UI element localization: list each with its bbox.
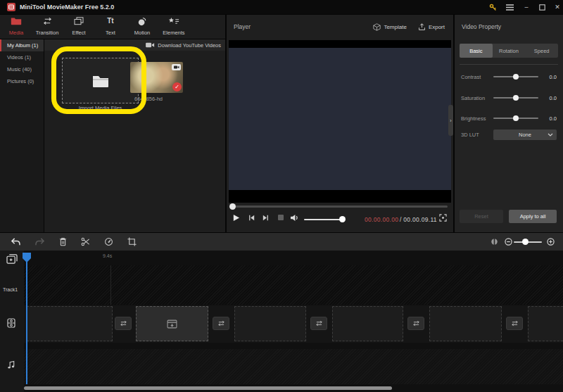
tab-text-label: Text xyxy=(106,30,115,36)
video-badge-icon xyxy=(172,64,181,70)
transition-slot-icon[interactable] xyxy=(213,317,229,330)
clip-segment-selected[interactable] xyxy=(136,306,208,341)
template-cube-icon xyxy=(373,23,381,31)
motion-ball-icon xyxy=(137,17,147,26)
clip-segment[interactable] xyxy=(234,306,306,341)
lut-row: 3D LUT None xyxy=(455,127,563,141)
speed-button[interactable] xyxy=(103,236,114,247)
audio-track[interactable] xyxy=(24,349,563,384)
seek-bar[interactable] xyxy=(231,206,448,208)
redo-button[interactable] xyxy=(34,236,45,247)
media-panel-header: Download YouTube Videos xyxy=(44,39,225,51)
transition-slot-icon[interactable] xyxy=(115,317,132,330)
transition-slot-icon[interactable] xyxy=(310,317,327,330)
stop-button[interactable] xyxy=(277,214,284,221)
playhead-line[interactable] xyxy=(26,256,27,384)
saturation-knob[interactable] xyxy=(513,95,519,101)
track1-label: Track1 xyxy=(3,287,18,292)
panel-collapse-handle[interactable]: › xyxy=(448,105,453,136)
next-frame-button[interactable] xyxy=(262,214,270,222)
lut-value: None xyxy=(519,132,531,138)
media-folder-icon xyxy=(11,17,22,25)
zoom-in-button[interactable] xyxy=(545,236,556,247)
contrast-knob[interactable] xyxy=(513,74,519,80)
window-title: MiniTool MovieMaker Free 5.2.0 xyxy=(20,4,114,11)
export-button[interactable]: Export xyxy=(418,23,445,31)
previous-frame-button[interactable] xyxy=(248,214,255,222)
music-track-icon xyxy=(7,360,15,369)
sidebar-item-music[interactable]: Music (40) xyxy=(0,63,44,75)
time-current: 00.00.00.00 xyxy=(365,216,398,223)
tab-speed[interactable]: Speed xyxy=(525,44,558,58)
import-folder-icon xyxy=(92,75,109,87)
timeline-scrollbar[interactable] xyxy=(24,386,392,390)
media-library-tabbar: Media Transition Effect Tt Text Motion E… xyxy=(0,15,225,39)
tab-effect-label: Effect xyxy=(72,30,85,36)
tab-media-label: Media xyxy=(9,30,23,36)
player-header: Player Template Export xyxy=(227,15,453,39)
menu-icon[interactable] xyxy=(504,2,515,12)
maximize-button[interactable] xyxy=(536,2,548,12)
media-thumbnail[interactable]: ✓ xyxy=(130,62,183,93)
tab-effect[interactable]: Effect xyxy=(67,17,91,37)
template-button[interactable]: Template xyxy=(373,23,406,31)
delete-button[interactable] xyxy=(57,236,68,247)
media-panel: Download YouTube Videos Import Media Fil… xyxy=(44,39,225,232)
selected-check-icon: ✓ xyxy=(172,82,182,91)
sidebar-item-my-album[interactable]: My Album (1) xyxy=(0,39,44,51)
seek-knob[interactable] xyxy=(229,203,236,210)
timeline-zoom-knob[interactable] xyxy=(522,239,529,245)
reset-button[interactable]: Reset xyxy=(460,210,503,223)
fullscreen-button[interactable] xyxy=(439,214,447,222)
fit-timeline-icon[interactable] xyxy=(488,236,500,247)
saturation-slider[interactable] xyxy=(493,97,538,99)
tab-media[interactable]: Media xyxy=(4,17,28,37)
tab-elements[interactable]: Elements xyxy=(160,17,188,37)
effect-layers-icon xyxy=(74,17,84,25)
download-youtube-videos-link[interactable]: Download YouTube Videos xyxy=(158,42,221,49)
video-track-icon xyxy=(7,318,15,328)
text-tt-icon: Tt xyxy=(107,17,113,25)
lut-dropdown[interactable]: None xyxy=(493,129,557,140)
tab-text[interactable]: Tt Text xyxy=(99,17,122,37)
split-scissors-button[interactable] xyxy=(80,236,91,247)
tab-basic[interactable]: Basic xyxy=(460,44,493,58)
clip-segment[interactable] xyxy=(27,306,113,341)
transition-arrows-icon xyxy=(42,17,53,25)
undo-button[interactable] xyxy=(10,236,21,247)
sidebar-item-pictures[interactable]: Pictures (0) xyxy=(0,75,44,87)
tab-rotation[interactable]: Rotation xyxy=(493,44,526,58)
track1-band[interactable] xyxy=(24,265,563,305)
clip-segment[interactable] xyxy=(528,306,563,341)
saturation-value: 0.0 xyxy=(544,95,557,101)
brightness-label: Brightness xyxy=(461,115,493,122)
video-preview-stage xyxy=(229,40,451,203)
volume-knob[interactable] xyxy=(339,216,346,222)
import-media-dropzone[interactable] xyxy=(62,58,139,103)
timeline-track-headers: Track1 xyxy=(0,251,24,392)
saturation-row: Saturation 0.0 xyxy=(455,91,563,105)
apply-to-all-button[interactable]: Apply to all xyxy=(509,210,557,223)
brightness-slider[interactable] xyxy=(493,118,538,119)
brightness-knob[interactable] xyxy=(513,115,519,121)
volume-icon[interactable] xyxy=(290,214,299,222)
zoom-out-button[interactable] xyxy=(502,236,514,247)
import-media-label: Import Media Files xyxy=(62,105,139,111)
contrast-slider[interactable] xyxy=(493,76,538,77)
transition-slot-icon[interactable] xyxy=(506,317,523,330)
crop-button[interactable] xyxy=(126,236,137,247)
close-button[interactable]: ✕ xyxy=(552,2,563,12)
export-label: Export xyxy=(429,24,445,30)
minimize-button[interactable]: – xyxy=(521,2,532,12)
tab-motion[interactable]: Motion xyxy=(130,17,154,37)
tab-transition[interactable]: Transition xyxy=(33,17,61,37)
time-total: / 00.00.09.11 xyxy=(400,216,437,223)
add-track-icon[interactable] xyxy=(6,254,18,264)
clip-segment[interactable] xyxy=(332,306,403,341)
sidebar-item-videos[interactable]: Videos (1) xyxy=(0,51,44,63)
license-key-icon[interactable] xyxy=(487,2,498,12)
transition-slot-icon[interactable] xyxy=(407,317,424,330)
play-button[interactable] xyxy=(232,214,240,222)
player-panel: Player Template Export › xyxy=(227,15,453,232)
clip-segment[interactable] xyxy=(429,306,502,341)
